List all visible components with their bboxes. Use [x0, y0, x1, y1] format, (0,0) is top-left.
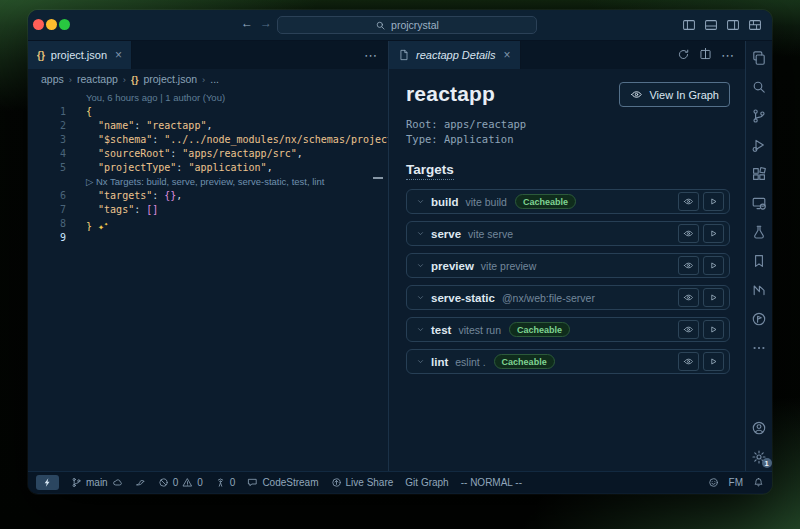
eye-icon	[683, 260, 694, 272]
target-run-button[interactable]	[703, 320, 724, 339]
run-debug-icon[interactable]	[746, 130, 773, 159]
problems[interactable]: 00	[158, 477, 203, 488]
line-number: 9	[28, 231, 66, 245]
code-line[interactable]: 3 "$schema": "../../node_modules/nx/sche…	[28, 133, 388, 147]
chevron-down-icon[interactable]	[416, 229, 425, 239]
codestream[interactable]: CodeStream	[247, 477, 318, 488]
code-line[interactable]: 9	[28, 231, 388, 245]
breadcrumb-separator: ›	[69, 74, 72, 85]
code-token: "apps/reactapp/src"	[182, 148, 296, 159]
target-row-test[interactable]: test vitest run Cacheable	[406, 317, 730, 342]
chevron-down-icon[interactable]	[416, 261, 425, 271]
target-run-button[interactable]	[703, 256, 724, 275]
split-editor-button[interactable]	[699, 48, 712, 63]
fm-indicator[interactable]: FM	[729, 477, 743, 488]
code-editor[interactable]: You, 6 hours ago | 1 author (You)1{2 "na…	[28, 89, 388, 471]
close-window-button[interactable]	[33, 19, 44, 30]
more-actions-button[interactable]: ⋯	[721, 48, 734, 63]
maximize-window-button[interactable]	[59, 19, 70, 30]
feedback-smiley[interactable]	[708, 477, 719, 488]
breadcrumb-item[interactable]: ...	[210, 73, 219, 85]
close-icon[interactable]: ×	[504, 48, 511, 62]
target-row-preview[interactable]: preview vite preview	[406, 253, 730, 278]
tab-project-json[interactable]: {} project.json ×	[28, 41, 132, 69]
target-run-button[interactable]	[703, 224, 724, 243]
target-row-serve-static[interactable]: serve-static @nx/web:file-server	[406, 285, 730, 310]
code-token: "../../node_modules/nx/schemas/project-s	[164, 134, 388, 145]
target-inspect-button[interactable]	[678, 224, 699, 243]
target-inspect-button[interactable]	[678, 288, 699, 307]
target-row-lint[interactable]: lint eslint . Cacheable	[406, 349, 730, 374]
remote-explorer-icon[interactable]	[746, 188, 773, 217]
settings-gear-icon[interactable]: 1	[746, 442, 773, 471]
customize-layout-icon[interactable]	[748, 17, 762, 33]
target-inspect-button[interactable]	[678, 320, 699, 339]
toggle-panel-icon[interactable]	[704, 17, 718, 33]
file-icon	[398, 48, 410, 62]
nx-targets-codelens[interactable]: ▷ Nx Targets: build, serve, preview, ser…	[28, 175, 388, 189]
code-token: :	[134, 120, 146, 131]
project-type: Type: Application	[406, 132, 730, 147]
target-row-serve[interactable]: serve vite serve	[406, 221, 730, 246]
explorer-icon[interactable]	[746, 43, 773, 72]
gitlens-launchpad[interactable]	[135, 477, 146, 488]
code-line[interactable]: 2 "name": "reactapp",	[28, 119, 388, 133]
breadcrumb: apps›reactapp›{}project.json›...	[28, 69, 388, 89]
breadcrumb-item[interactable]: reactapp	[77, 73, 118, 85]
toggle-primary-sidebar-icon[interactable]	[682, 17, 696, 33]
vim-mode[interactable]: -- NORMAL --	[461, 477, 522, 488]
target-command: vite serve	[468, 228, 513, 240]
target-run-button[interactable]	[703, 192, 724, 211]
remote-indicator[interactable]	[36, 475, 59, 490]
minimize-window-button[interactable]	[46, 19, 57, 30]
breadcrumb-item[interactable]: apps	[41, 73, 64, 85]
chevron-down-icon[interactable]	[416, 325, 425, 335]
target-inspect-button[interactable]	[678, 192, 699, 211]
bookmarks-icon[interactable]	[746, 246, 773, 275]
project-manager-icon[interactable]	[746, 304, 773, 333]
view-in-graph-button[interactable]: View In Graph	[619, 82, 730, 107]
search-icon[interactable]	[746, 72, 773, 101]
chevron-down-icon[interactable]	[416, 293, 425, 303]
extensions-icon[interactable]	[746, 159, 773, 188]
code-token: "reactapp"	[146, 120, 206, 131]
toggle-secondary-sidebar-icon[interactable]	[726, 17, 740, 33]
tab-label: project.json	[51, 49, 107, 61]
nx-console-icon[interactable]	[746, 275, 773, 304]
additional-views-icon[interactable]	[746, 333, 773, 362]
more-actions-button[interactable]: ⋯	[364, 48, 377, 63]
branch-icon	[71, 477, 82, 488]
code-line[interactable]: 6 "targets": {},	[28, 189, 388, 203]
code-line[interactable]: 8} ✦✦	[28, 217, 388, 231]
code-line[interactable]: 4 "sourceRoot": "apps/reactapp/src",	[28, 147, 388, 161]
code-token: "targets"	[98, 190, 152, 201]
live-share[interactable]: Live Share	[331, 477, 394, 488]
breadcrumb-item[interactable]: project.json	[143, 73, 197, 85]
target-row-build[interactable]: build vite build Cacheable	[406, 189, 730, 214]
git-blame-codelens[interactable]: You, 6 hours ago | 1 author (You)	[28, 91, 388, 105]
code-line[interactable]: 5 "projectType": "application",	[28, 161, 388, 175]
command-center-search[interactable]: projcrystal	[277, 16, 537, 34]
notifications-bell[interactable]	[753, 477, 764, 488]
chevron-down-icon[interactable]	[416, 357, 425, 367]
accounts-icon[interactable]	[746, 413, 773, 442]
forward-button[interactable]: →	[260, 16, 272, 30]
target-inspect-button[interactable]	[678, 256, 699, 275]
testing-icon[interactable]	[746, 217, 773, 246]
tab-reactapp-details[interactable]: reactapp Details ×	[389, 41, 521, 69]
git-graph[interactable]: Git Graph	[405, 477, 448, 488]
git-branch[interactable]: main	[71, 477, 123, 488]
target-run-button[interactable]	[703, 352, 724, 371]
back-button[interactable]: ←	[241, 16, 253, 30]
target-run-button[interactable]	[703, 288, 724, 307]
refresh-button[interactable]	[677, 48, 690, 63]
close-icon[interactable]: ×	[115, 48, 122, 62]
ports-forwarded[interactable]: 0	[215, 477, 236, 488]
line-number: 3	[28, 133, 66, 147]
chevron-down-icon[interactable]	[416, 197, 425, 207]
source-control-icon[interactable]	[746, 101, 773, 130]
target-name: test	[431, 324, 451, 336]
code-line[interactable]: 1{	[28, 105, 388, 119]
code-line[interactable]: 7 "tags": []	[28, 203, 388, 217]
target-inspect-button[interactable]	[678, 352, 699, 371]
